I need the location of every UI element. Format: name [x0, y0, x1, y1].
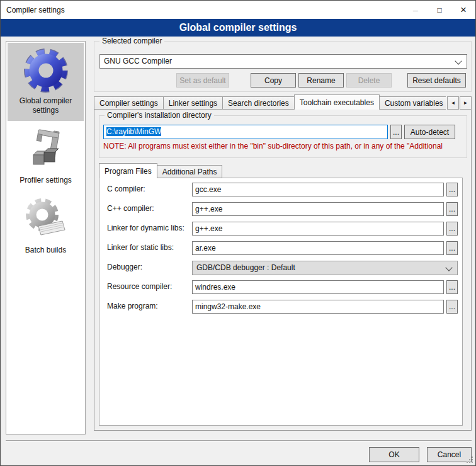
auto-detect-button[interactable]: Auto-detect	[404, 125, 455, 139]
form-row: C compiler: gcc.exe ...	[99, 183, 462, 198]
delete-button[interactable]: Delete	[346, 73, 392, 88]
window-controls: – □ ×	[404, 1, 475, 19]
tab-scroll-right-button[interactable]: ►	[460, 96, 472, 110]
make-program-browse-button[interactable]: ...	[446, 300, 458, 314]
footer-divider	[6, 440, 472, 441]
cpp-compiler-browse-button[interactable]: ...	[446, 202, 458, 216]
group-legend: Selected compiler	[99, 37, 164, 45]
c-compiler-input[interactable]: gcc.exe	[192, 183, 444, 196]
field-label: Make program:	[107, 302, 158, 310]
debugger-select-value: GDB/CDB debugger : Default	[196, 263, 295, 272]
right-arrow-icon: ►	[463, 100, 468, 106]
compiler-select-value: GNU GCC Compiler	[104, 57, 172, 65]
static-linker-input[interactable]: ar.exe	[192, 241, 444, 255]
tab-linker-settings[interactable]: Linker settings	[163, 96, 223, 110]
copy-button[interactable]: Copy	[251, 73, 296, 88]
bin-note-text: NOTE: All programs must exist either in …	[103, 142, 465, 151]
form-row: C++ compiler: g++.exe ...	[99, 202, 462, 217]
chevron-down-icon	[445, 264, 452, 271]
maximize-icon: □	[437, 6, 441, 14]
installation-directory-input[interactable]: C:\raylib\MinGW	[103, 125, 388, 139]
close-button[interactable]: ×	[451, 1, 475, 19]
maximize-button[interactable]: □	[428, 1, 451, 19]
resize-grip[interactable]	[465, 455, 473, 463]
window-title: Compiler settings	[6, 6, 65, 14]
set-as-default-button[interactable]: Set as default	[176, 73, 229, 88]
form-row: Debugger: GDB/CDB debugger : Default	[99, 261, 462, 276]
subtab-program-files[interactable]: Program Files	[99, 163, 157, 178]
form-row: Linker for static libs: ar.exe ...	[99, 241, 462, 256]
form-row: Resource compiler: windres.exe ...	[99, 280, 462, 295]
page-title: Global compiler settings	[179, 22, 297, 33]
gray-gear-stack-icon	[23, 197, 69, 242]
chevron-down-icon	[455, 57, 462, 64]
installation-directory-group: Compiler's installation directory C:\ray…	[99, 115, 467, 158]
compiler-settings-dialog: Compiler settings – □ × Global compiler …	[0, 0, 476, 466]
sidebar-item-global-compiler-settings[interactable]: Global compiler settings	[8, 43, 84, 121]
field-label: C++ compiler:	[107, 204, 154, 213]
program-files-page: C compiler: gcc.exe ... C++ compiler: g+…	[99, 178, 463, 426]
sidebar-item-batch-builds[interactable]: Batch builds	[8, 192, 84, 261]
field-value: windres.exe	[195, 283, 235, 292]
tab-scroll-left-button[interactable]: ◄	[447, 96, 459, 110]
form-row: Make program: mingw32-make.exe ...	[99, 300, 462, 315]
cpp-compiler-input[interactable]: g++.exe	[192, 202, 444, 216]
compiler-select[interactable]: GNU GCC Compiler	[99, 54, 467, 69]
debugger-select[interactable]: GDB/CDB debugger : Default	[192, 261, 458, 275]
close-icon: ×	[460, 4, 467, 16]
field-value: ar.exe	[195, 244, 216, 253]
field-value: mingw32-make.exe	[195, 302, 261, 311]
title-bar: Compiler settings – □ ×	[1, 1, 475, 19]
sidebar-item-label: Global compiler settings	[20, 96, 72, 115]
c-compiler-browse-button[interactable]: ...	[446, 183, 458, 196]
minimize-button[interactable]: –	[404, 1, 428, 19]
minimize-icon: –	[413, 5, 418, 15]
rename-button[interactable]: Rename	[298, 73, 344, 88]
caliper-icon	[23, 127, 69, 173]
field-label: C compiler:	[107, 185, 145, 193]
field-value: gcc.exe	[195, 185, 221, 194]
dynamic-linker-input[interactable]: g++.exe	[192, 222, 444, 236]
tab-custom-variables[interactable]: Custom variables	[379, 96, 449, 110]
selected-compiler-group: Selected compiler GNU GCC Compiler Set a…	[94, 41, 472, 92]
resource-compiler-browse-button[interactable]: ...	[446, 280, 458, 294]
selected-path-text: C:\raylib\MinGW	[106, 127, 161, 136]
field-value: g++.exe	[195, 224, 222, 233]
group-legend: Compiler's installation directory	[105, 111, 214, 120]
toolchain-executables-page: Compiler's installation directory C:\ray…	[94, 109, 472, 431]
reset-defaults-button[interactable]: Reset defaults	[407, 73, 466, 88]
field-label: Debugger:	[107, 263, 142, 271]
make-program-input[interactable]: mingw32-make.exe	[192, 300, 444, 314]
sidebar-item-label: Batch builds	[25, 246, 66, 254]
tab-scroll-arrows: ◄ ►	[446, 94, 472, 110]
field-label: Linker for dynamic libs:	[107, 224, 184, 232]
tab-compiler-settings[interactable]: Compiler settings	[94, 96, 164, 110]
tab-toolchain-executables[interactable]: Toolchain executables	[294, 94, 380, 110]
sidebar: Global compiler settings Profiler settin…	[6, 41, 86, 435]
sidebar-item-label: Profiler settings	[20, 176, 72, 185]
field-label: Resource compiler:	[107, 282, 172, 291]
resource-compiler-input[interactable]: windres.exe	[192, 280, 444, 294]
sidebar-item-profiler-settings[interactable]: Profiler settings	[8, 122, 84, 191]
main-tabbar: Compiler settings Linker settings Search…	[94, 94, 472, 110]
dynamic-linker-browse-button[interactable]: ...	[446, 222, 458, 236]
static-linker-browse-button[interactable]: ...	[446, 241, 458, 255]
tab-search-directories[interactable]: Search directories	[222, 96, 295, 110]
left-arrow-icon: ◄	[451, 100, 456, 106]
field-label: Linker for static libs:	[107, 243, 174, 252]
field-value: g++.exe	[195, 205, 222, 213]
ok-button[interactable]: OK	[369, 447, 419, 462]
header-banner: Global compiler settings	[1, 19, 475, 37]
program-files-tabbar: Program Files Additional Paths	[99, 162, 467, 178]
subtab-additional-paths[interactable]: Additional Paths	[157, 165, 223, 178]
blue-gear-icon	[23, 48, 69, 93]
form-row: Linker for dynamic libs: g++.exe ...	[99, 222, 462, 237]
installation-directory-browse-button[interactable]: ...	[390, 125, 402, 139]
